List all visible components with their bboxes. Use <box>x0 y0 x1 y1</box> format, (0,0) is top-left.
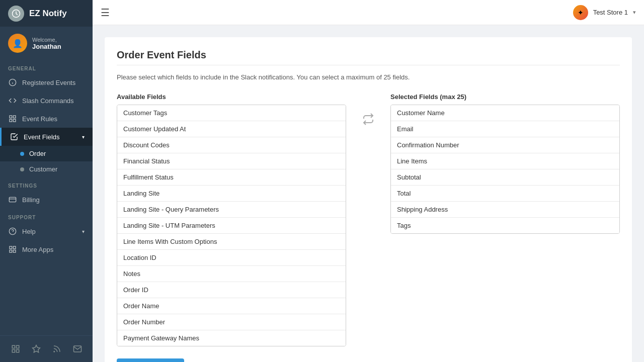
svg-rect-18 <box>16 350 19 352</box>
slash-commands-label: Slash Commands <box>22 97 85 105</box>
general-section-label: GENERAL <box>0 60 93 73</box>
selected-field-item[interactable]: Confirmation Number <box>391 137 619 153</box>
rules-icon <box>8 115 17 123</box>
available-field-item[interactable]: Fulfillment Status <box>117 169 346 186</box>
app-logo[interactable]: EZ Notify <box>0 0 93 27</box>
registered-events-label: Registered Events <box>22 79 85 86</box>
available-field-item[interactable]: Location ID <box>117 250 346 266</box>
available-field-item[interactable]: Landing Site - UTM Parameters <box>117 218 346 234</box>
store-icon: ✦ <box>573 5 588 20</box>
help-label: Help <box>22 228 77 235</box>
welcome-label: Welcome, <box>32 37 61 43</box>
available-field-item[interactable]: Customer Updated At <box>117 121 346 137</box>
topbar: ☰ ✦ Test Store 1 ▾ <box>93 0 644 25</box>
svg-rect-17 <box>16 345 19 348</box>
sidebar-bottom-icons <box>0 335 93 362</box>
feed-bottom-icon[interactable] <box>49 341 65 357</box>
available-field-item[interactable]: Line Items With Custom Options <box>117 234 346 250</box>
svg-rect-14 <box>13 250 16 252</box>
available-fields-label: Available Fields <box>117 93 346 101</box>
sidebar-item-slash-commands[interactable]: Slash Commands <box>0 92 93 110</box>
event-rules-label: Event Rules <box>22 115 85 123</box>
chevron-down-icon: ▾ <box>82 134 85 140</box>
billing-icon <box>8 196 17 204</box>
order-label: Order <box>29 150 46 157</box>
topbar-right: ✦ Test Store 1 ▾ <box>573 5 636 20</box>
svg-rect-6 <box>13 119 16 122</box>
sidebar-sub-order[interactable]: Order <box>0 146 93 161</box>
svg-rect-19 <box>12 350 15 352</box>
available-field-item[interactable]: Discount Codes <box>117 137 346 153</box>
svg-rect-15 <box>10 250 12 252</box>
selected-field-item[interactable]: Customer Name <box>391 105 619 121</box>
logo-icon <box>8 6 24 22</box>
svg-marker-20 <box>32 345 40 352</box>
event-fields-label: Event Fields <box>24 133 77 141</box>
available-field-item[interactable]: Notes <box>117 266 346 282</box>
available-field-item[interactable]: Order Name <box>117 298 346 314</box>
store-chevron-icon[interactable]: ▾ <box>633 9 636 16</box>
save-settings-button[interactable]: Save Settings <box>117 358 184 362</box>
available-field-item[interactable]: Payment Gateway Names <box>117 330 346 346</box>
sidebar-item-billing[interactable]: Billing <box>0 191 93 209</box>
sidebar-item-more-apps[interactable]: More Apps <box>0 240 93 258</box>
selected-field-item[interactable]: Subtotal <box>391 169 619 186</box>
divider <box>117 65 620 65</box>
transfer-icon[interactable] <box>356 113 380 125</box>
main-area: ☰ ✦ Test Store 1 ▾ Order Event Fields Pl… <box>93 0 644 362</box>
fields-icon <box>10 133 19 141</box>
page-description: Please select which fields to include in… <box>117 73 620 81</box>
app-name: EZ Notify <box>29 9 67 19</box>
sidebar-sub-customer[interactable]: Customer <box>0 161 93 177</box>
content-area: Order Event Fields Please select which f… <box>93 25 644 362</box>
page-card: Order Event Fields Please select which f… <box>105 37 632 362</box>
sidebar: EZ Notify 👤 Welcome, Jonathan GENERAL Re… <box>0 0 93 362</box>
store-name: Test Store 1 <box>593 9 628 16</box>
available-fields-list: Customer TagsCustomer Updated AtDiscount… <box>117 105 346 346</box>
support-section-label: SUPPORT <box>0 209 93 222</box>
svg-point-21 <box>54 351 55 352</box>
menu-icon[interactable]: ☰ <box>101 7 110 19</box>
available-fields-panel: Available Fields Customer TagsCustomer U… <box>117 93 346 346</box>
sidebar-item-help[interactable]: Help ▾ <box>0 222 93 240</box>
available-field-item[interactable]: Landing Site <box>117 186 346 202</box>
available-field-item[interactable]: Landing Site - Query Parameters <box>117 202 346 218</box>
help-icon <box>8 227 17 235</box>
home-bottom-icon[interactable] <box>8 341 24 357</box>
selected-field-item[interactable]: Shipping Address <box>391 202 619 218</box>
selected-field-item[interactable]: Line Items <box>391 153 619 169</box>
svg-rect-13 <box>13 246 16 249</box>
selected-field-item[interactable]: Email <box>391 121 619 137</box>
available-field-item[interactable]: Financial Status <box>117 153 346 169</box>
slash-icon <box>8 97 17 105</box>
star-bottom-icon[interactable] <box>28 341 44 357</box>
svg-rect-4 <box>10 116 12 118</box>
sidebar-item-event-rules[interactable]: Event Rules <box>0 110 93 128</box>
sub-dot-icon <box>20 152 24 156</box>
selected-fields-list: Customer NameEmailConfirmation NumberLin… <box>390 105 620 234</box>
svg-rect-7 <box>10 119 12 122</box>
svg-rect-16 <box>12 345 15 348</box>
page-title: Order Event Fields <box>117 49 620 61</box>
mail-bottom-icon[interactable] <box>69 341 86 357</box>
selected-fields-panel: Selected Fields (max 25) Customer NameEm… <box>390 93 620 234</box>
sub-dot-icon <box>20 167 24 171</box>
available-field-item[interactable]: Order Number <box>117 314 346 330</box>
sidebar-item-event-fields[interactable]: Event Fields ▾ <box>0 128 93 146</box>
info-icon <box>8 78 17 86</box>
svg-rect-12 <box>10 246 12 249</box>
fields-container: Available Fields Customer TagsCustomer U… <box>117 93 620 346</box>
more-apps-icon <box>8 245 17 253</box>
svg-rect-8 <box>9 197 16 202</box>
sidebar-item-registered-events[interactable]: Registered Events <box>0 73 93 92</box>
available-field-item[interactable]: Customer Tags <box>117 105 346 121</box>
avatar: 👤 <box>8 34 27 53</box>
customer-label: Customer <box>29 165 57 173</box>
billing-label: Billing <box>22 196 85 204</box>
username: Jonathan <box>32 43 61 50</box>
more-apps-label: More Apps <box>22 246 85 253</box>
selected-field-item[interactable]: Tags <box>391 218 619 233</box>
user-info: 👤 Welcome, Jonathan <box>0 27 93 60</box>
available-field-item[interactable]: Order ID <box>117 282 346 298</box>
selected-field-item[interactable]: Total <box>391 186 619 202</box>
